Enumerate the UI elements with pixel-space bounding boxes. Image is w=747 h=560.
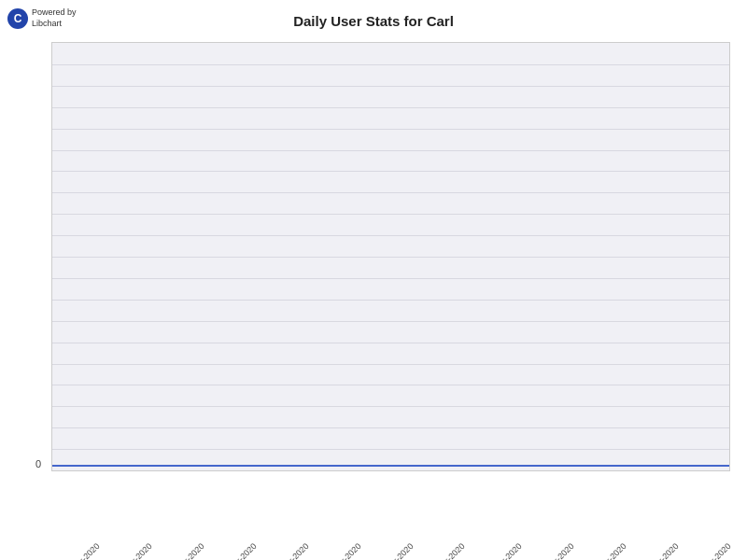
x-axis-label: 5-Mar-2020 [220,541,258,560]
x-axis-label: 13-Mar-2020 [640,541,681,560]
x-axis-label: 9-Mar-2020 [430,541,467,560]
chart-container: C Powered by Libchart Daily User Stats f… [0,0,747,560]
grid-line [52,235,729,236]
data-series-line [52,465,729,467]
x-axis-label: 10-Mar-2020 [483,541,524,560]
grid-line [52,257,729,258]
grid-line [52,364,729,365]
x-axis-label: 11-Mar-2020 [535,541,576,560]
x-axis-label: 3-Mar-2020 [117,541,154,560]
x-axis-label: 14-Mar-2020 [692,541,733,560]
grid-line [52,321,729,322]
grid-line [52,150,729,151]
grid-line [52,406,729,407]
grid-lines [52,43,729,470]
x-axis-labels: 2-Mar-20203-Mar-20204-Mar-20205-Mar-2020… [51,471,730,551]
chart-plot-area [51,42,730,471]
x-axis-label: 7-Mar-2020 [325,541,362,560]
x-axis-label: 4-Mar-2020 [168,541,205,560]
grid-line [52,343,729,343]
grid-line [52,129,729,130]
grid-line [52,300,729,301]
chart-title: Daily User Stats for Carl [0,13,747,29]
grid-line [52,449,729,450]
x-axis-label: 8-Mar-2020 [377,541,415,560]
y-axis-zero-label: 0 [35,458,41,469]
x-axis-label: 12-Mar-2020 [587,541,628,560]
grid-line [52,427,729,428]
grid-line [52,86,729,87]
grid-line [52,64,729,65]
x-axis-label: 6-Mar-2020 [273,541,310,560]
grid-line [52,278,729,279]
grid-line [52,107,729,108]
grid-line [52,214,729,215]
grid-line [52,192,729,193]
grid-line [52,171,729,172]
x-axis-label: 2-Mar-2020 [64,541,102,560]
grid-line [52,385,729,385]
